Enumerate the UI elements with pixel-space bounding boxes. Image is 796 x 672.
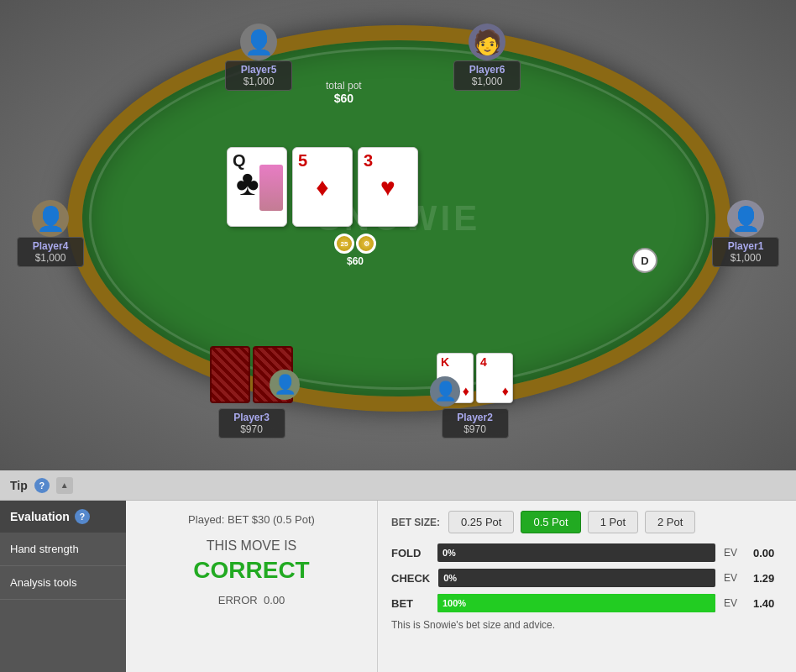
- player5-slot: 👤 Player5 $1,000: [225, 24, 292, 91]
- community-cards: Q ♣ 5 ♦ 3 ♥: [227, 147, 418, 227]
- action-row-check: CHECK 0% EV 1.29: [391, 569, 783, 587]
- player5-stack: $1,000: [233, 76, 285, 87]
- check-ev-label: EV: [724, 572, 745, 584]
- player2-slot: K ♦ 4 ♦ 👤 Player2 $970: [437, 353, 513, 438]
- check-pct: 0%: [438, 573, 457, 583]
- player1-slot: 👤 Player1 $1,000: [712, 200, 779, 267]
- panel-content: Evaluation ? Hand strength Analysis tool…: [0, 501, 796, 672]
- bet-fill: [437, 594, 715, 612]
- player1-avatar: 👤: [727, 200, 764, 237]
- player2-info: Player2 $970: [442, 408, 509, 438]
- queen-figure: [259, 165, 283, 211]
- pot-label: total pot: [326, 80, 362, 92]
- card-3-hearts: 3 ♥: [358, 147, 418, 227]
- sidebar-help-badge[interactable]: ?: [75, 509, 90, 524]
- player3-card1: [210, 346, 250, 403]
- pot-display: total pot $60: [326, 80, 362, 105]
- fold-bar: 0%: [437, 543, 715, 562]
- player6-avatar-icon: 🧑: [473, 29, 502, 56]
- player1-avatar-icon: 👤: [731, 205, 761, 233]
- player3-stack: $970: [226, 423, 278, 435]
- card-5-diamonds: 5 ♦: [292, 147, 353, 227]
- fold-pct: 0%: [437, 548, 456, 558]
- bet-btn-05[interactable]: 0.5 Pot: [521, 511, 580, 533]
- player4-slot: 👤 Player4 $1,000: [17, 200, 84, 267]
- player2-name: Player2: [449, 412, 501, 423]
- player1-stack: $1,000: [720, 252, 772, 264]
- fold-ev-value: 0.00: [753, 547, 783, 559]
- action-row-bet: BET 100% EV 1.40: [391, 594, 783, 612]
- bet-btn-1pot[interactable]: 1 Pot: [588, 511, 638, 533]
- player2-avatar: 👤: [430, 376, 460, 407]
- player5-avatar: 👤: [240, 24, 277, 60]
- player6-avatar: 🧑: [469, 24, 505, 60]
- player5-name: Player5: [233, 64, 285, 76]
- right-analysis-panel: BET SIZE: 0.25 Pot 0.5 Pot 1 Pot 2 Pot F…: [378, 501, 796, 672]
- player5-avatar-icon: 👤: [244, 29, 274, 56]
- bet-ev-value: 1.40: [753, 597, 783, 610]
- player2-card2: 4 ♦: [476, 353, 513, 403]
- player2-avatar-icon: 👤: [434, 381, 457, 402]
- player6-slot: 🧑 Player6 $1,000: [453, 24, 521, 91]
- bet-bar: 100%: [437, 594, 715, 612]
- check-label: CHECK: [391, 572, 430, 585]
- bet-btn-025[interactable]: 0.25 Pot: [448, 511, 514, 533]
- table-chips: 25 ⚙ $60: [334, 234, 376, 267]
- left-sidebar: Evaluation ? Hand strength Analysis tool…: [0, 501, 126, 672]
- chip-2: ⚙: [356, 234, 376, 254]
- bet-ev-label: EV: [724, 597, 745, 609]
- bet-pct: 100%: [437, 598, 466, 608]
- player4-name: Player4: [24, 240, 76, 252]
- check-bar: 0%: [438, 569, 715, 587]
- error-value: 0.00: [264, 594, 285, 606]
- action-row-fold: FOLD 0% EV 0.00: [391, 543, 783, 562]
- chip-1: 25: [334, 234, 354, 254]
- error-label: ERROR: [218, 594, 258, 606]
- error-info: ERROR 0.00: [218, 594, 285, 606]
- pot-amount: $60: [326, 92, 362, 105]
- player5-info: Player5 $1,000: [225, 60, 292, 91]
- player6-stack: $1,000: [461, 76, 513, 87]
- player4-stack: $1,000: [24, 252, 76, 264]
- sidebar-item-analysis-tools[interactable]: Analysis tools: [0, 566, 126, 600]
- player6-name: Player6: [461, 64, 513, 76]
- dealer-button: D: [632, 248, 657, 273]
- check-ev-value: 1.29: [753, 572, 783, 585]
- tip-bar: Tip ? ▲: [0, 470, 796, 501]
- player1-info: Player1 $1,000: [712, 237, 779, 267]
- fold-label: FOLD: [391, 547, 429, 559]
- fold-ev-label: EV: [724, 547, 745, 559]
- player2-stack: $970: [449, 423, 501, 435]
- bet-size-label: BET SIZE:: [391, 517, 442, 528]
- center-evaluation: Played: BET $30 (0.5 Pot) THIS MOVE IS C…: [126, 501, 378, 672]
- collapse-button[interactable]: ▲: [56, 477, 73, 494]
- tip-help-badge[interactable]: ?: [34, 478, 50, 493]
- sidebar-item-hand-strength[interactable]: Hand strength: [0, 533, 126, 566]
- player4-avatar: 👤: [32, 200, 69, 237]
- sidebar-header-label: Evaluation: [10, 510, 70, 523]
- player3-slot: 👤 Player3 $970: [210, 346, 293, 438]
- chip-amount: $60: [347, 255, 364, 267]
- table-area: SNOWIE total pot $60 Q ♣ 5 ♦ 3 ♥ 25 ⚙ $6…: [0, 0, 796, 470]
- player3-avatar-icon: 👤: [274, 374, 296, 396]
- correct-label: CORRECT: [193, 557, 309, 584]
- bottom-panel: Tip ? ▲ Evaluation ? Hand strength Analy…: [0, 470, 796, 672]
- bet-btn-2pot[interactable]: 2 Pot: [645, 511, 695, 533]
- tip-label: Tip: [10, 479, 28, 492]
- sidebar-header: Evaluation ?: [0, 501, 126, 533]
- move-result-label: THIS MOVE IS: [207, 538, 297, 554]
- player4-avatar-icon: 👤: [36, 205, 65, 233]
- card-queen-clubs: Q ♣: [227, 147, 287, 227]
- player4-info: Player4 $1,000: [17, 237, 84, 267]
- player3-info: Player3 $970: [218, 408, 285, 438]
- bet-label: BET: [391, 597, 429, 610]
- bet-size-row: BET SIZE: 0.25 Pot 0.5 Pot 1 Pot 2 Pot: [391, 511, 783, 533]
- player3-avatar: 👤: [270, 370, 300, 400]
- player3-name: Player3: [226, 412, 278, 423]
- player6-info: Player6 $1,000: [453, 60, 521, 91]
- player1-name: Player1: [720, 240, 772, 252]
- advice-text: This is Snowie's bet size and advice.: [391, 619, 783, 631]
- chip-stack: 25 ⚙: [334, 234, 376, 254]
- played-info: Played: BET $30 (0.5 Pot): [188, 513, 315, 526]
